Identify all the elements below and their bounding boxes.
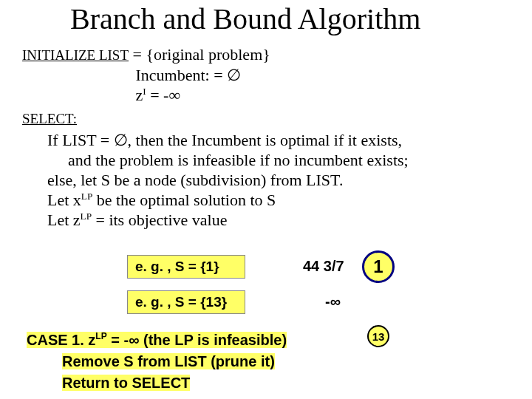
example-value: -∞ bbox=[325, 293, 341, 310]
select-line1: If LIST = ∅, then the Incumbent is optim… bbox=[47, 131, 402, 149]
select-line5: Let zLP = its objective value bbox=[47, 211, 227, 229]
initialize-label: INITIALIZE LIST bbox=[22, 47, 129, 63]
z-var: z bbox=[136, 86, 143, 104]
slide-title: Branch and Bound Algorithm bbox=[70, 1, 420, 36]
case1-sup: LP bbox=[95, 331, 106, 341]
let-z-rest: = its objective value bbox=[92, 211, 227, 229]
let-x: Let x bbox=[47, 191, 81, 209]
select-line2: and the problem is infeasible if no incu… bbox=[47, 151, 505, 171]
select-line3: else, let S be a node (subdivision) from… bbox=[47, 171, 343, 189]
case1-heading: CASE 1. zLP = -∞ (the LP is infeasible) bbox=[27, 330, 507, 350]
example-box: e. g. , S = {1} bbox=[127, 255, 245, 279]
node-circle: 1 bbox=[362, 250, 395, 283]
case1-line2: Remove S from LIST (prune it) bbox=[27, 352, 507, 372]
case1-pre: CASE 1. z bbox=[27, 332, 95, 348]
select-body: If LIST = ∅, then the Incumbent is optim… bbox=[47, 131, 505, 231]
case1-line3: Return to SELECT bbox=[27, 373, 507, 393]
node-label: 1 bbox=[373, 256, 383, 277]
example-box: e. g. , S = {13} bbox=[127, 290, 245, 314]
initialize-block: INITIALIZE LIST = {original problem} Inc… bbox=[22, 44, 270, 106]
let-x-rest: be the optimal solution to S bbox=[92, 191, 276, 209]
initialize-line3: zI = -∞ bbox=[136, 86, 181, 104]
initialize-line1: = {original problem} bbox=[133, 45, 270, 64]
z-value: = -∞ bbox=[146, 86, 180, 104]
initialize-line2: Incumbent: = ∅ bbox=[136, 66, 242, 84]
z-superscript-lp: LP bbox=[81, 211, 92, 222]
select-line4: Let xLP be the optimal solution to S bbox=[47, 191, 276, 209]
select-label: SELECT: bbox=[22, 111, 77, 127]
case1-line2-text: Remove S from LIST (prune it) bbox=[62, 353, 275, 369]
case1-post: = -∞ (the LP is infeasible) bbox=[107, 332, 287, 348]
slide: Branch and Bound Algorithm INITIALIZE LI… bbox=[0, 0, 532, 399]
case1-line3-text: Return to SELECT bbox=[62, 375, 190, 391]
case1-block: CASE 1. zLP = -∞ (the LP is infeasible) … bbox=[27, 330, 507, 395]
let-z: Let z bbox=[47, 211, 81, 229]
x-superscript-lp: LP bbox=[81, 190, 92, 201]
example-value: 44 3/7 bbox=[303, 258, 344, 275]
